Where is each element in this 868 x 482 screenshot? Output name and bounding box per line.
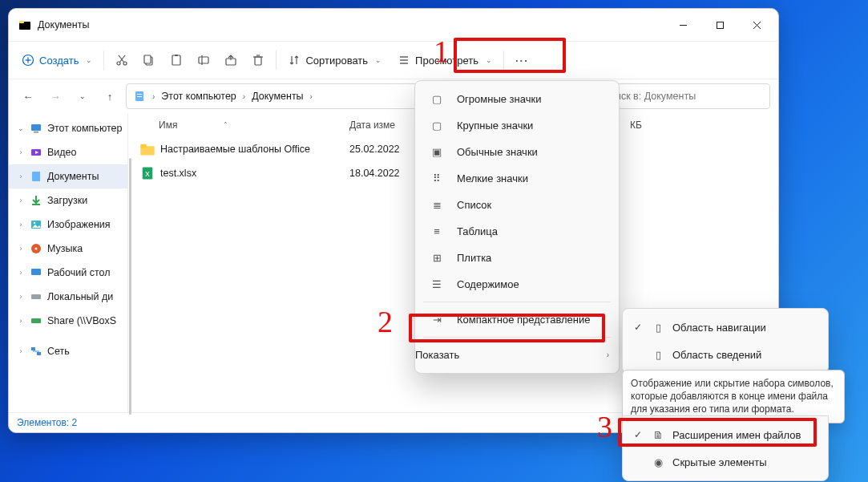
svg-rect-43 — [31, 318, 41, 323]
up-button[interactable]: ↑ — [99, 85, 121, 107]
submenu-details-pane[interactable]: ▯Область сведений — [623, 341, 828, 368]
chevron-right-icon: › — [607, 350, 609, 359]
crumb-current[interactable]: Документы — [248, 89, 306, 103]
file-name: test.xlsx — [160, 168, 349, 179]
recent-button[interactable]: ⌄ — [71, 85, 94, 107]
svg-point-38 — [34, 222, 36, 225]
menu-label: Список — [457, 199, 491, 211]
content-icon: ☰ — [430, 278, 444, 290]
svg-text:X: X — [145, 170, 150, 178]
sort-caret-icon: ˄ — [224, 121, 228, 129]
svg-rect-41 — [31, 269, 41, 275]
sidebar-this-pc[interactable]: ⌄ Этот компьютер — [9, 116, 127, 140]
sidebar-item-desktop[interactable]: ›Рабочий стол — [9, 261, 127, 285]
chevron-down-icon: ⌄ — [375, 56, 382, 64]
new-button[interactable]: Создать⌄ — [15, 47, 99, 74]
annotation-number-1: 1 — [434, 34, 449, 69]
col-size[interactable]: КБ — [630, 119, 670, 131]
grid-icon: ▢ — [430, 119, 444, 132]
annotation-box-2 — [409, 314, 605, 342]
video-icon — [30, 146, 42, 159]
sidebar-label: Этот компьютер — [47, 123, 122, 134]
address-bar-row: ← → ⌄ ↑ › Этот компьютер › Документы › П… — [9, 79, 778, 113]
caret-icon: ⌄ — [17, 124, 25, 132]
title-bar: Документы — [9, 9, 778, 41]
chevron-down-icon: ⌄ — [86, 56, 92, 64]
desktop-icon — [30, 266, 42, 279]
sort-label: Сортировать — [305, 55, 368, 67]
submenu-label: Скрытые элементы — [672, 456, 767, 468]
svg-rect-31 — [31, 124, 41, 131]
grid-icon: ⠿ — [430, 172, 444, 184]
sidebar-network[interactable]: ›Сеть — [9, 339, 127, 363]
svg-point-40 — [35, 248, 38, 250]
menu-label: Мелкие значки — [457, 172, 528, 184]
maximize-button[interactable] — [701, 9, 738, 41]
sidebar-item-downloads[interactable]: ›Загрузки — [9, 188, 127, 213]
menu-medium-icons[interactable]: ▣Обычные значки — [415, 139, 619, 165]
picture-icon — [30, 218, 42, 231]
close-button[interactable] — [738, 9, 775, 41]
tiles-icon: ⊞ — [430, 252, 444, 264]
menu-large-icons[interactable]: ▢Крупные значки — [415, 112, 619, 139]
nav-pane[interactable]: ⌄ Этот компьютер ›Видео ›Документы ›Загр… — [9, 113, 128, 412]
menu-content[interactable]: ☰Содержимое — [415, 271, 619, 298]
forward-button[interactable]: → — [44, 85, 67, 107]
chevron-right-icon: › — [310, 92, 313, 101]
sidebar-item-share[interactable]: ›Share (\\VBoxS — [9, 309, 127, 333]
menu-details[interactable]: ≡Таблица — [415, 218, 619, 245]
annotation-number-3: 3 — [597, 409, 612, 444]
submenu-nav-pane[interactable]: ✓▯Область навигации — [623, 314, 828, 341]
sidebar-item-video[interactable]: ›Видео — [9, 140, 127, 164]
doc-icon — [133, 90, 146, 103]
svg-rect-45 — [37, 352, 41, 355]
menu-label: Обычные значки — [457, 146, 538, 158]
back-button[interactable]: ← — [17, 85, 39, 107]
copy-button[interactable] — [136, 47, 162, 74]
cut-button[interactable] — [109, 47, 135, 74]
rename-button[interactable] — [191, 47, 216, 74]
menu-extra-large-icons[interactable]: ▢Огромные значки — [415, 86, 619, 112]
separator — [276, 51, 277, 70]
svg-rect-20 — [255, 57, 261, 65]
menu-label: Таблица — [457, 225, 498, 237]
svg-rect-16 — [175, 55, 178, 56]
status-count-label: Элементов: — [17, 417, 69, 428]
sidebar-item-music[interactable]: ›Музыка — [9, 237, 127, 261]
menu-tiles[interactable]: ⊞Плитка — [415, 245, 619, 271]
new-label: Создать — [39, 55, 79, 67]
annotation-box-1 — [454, 38, 566, 73]
svg-rect-15 — [172, 55, 180, 65]
menu-label: Плитка — [457, 252, 491, 264]
delete-button[interactable] — [245, 47, 271, 74]
menu-list[interactable]: ≣Список — [415, 192, 619, 218]
crumb-root[interactable]: Этот компьютер — [158, 89, 239, 103]
submenu-label: Область навигации — [672, 322, 766, 334]
svg-rect-42 — [31, 294, 41, 299]
sort-button[interactable]: Сортировать⌄ — [281, 47, 388, 74]
sidebar-label: Документы — [47, 171, 99, 182]
sidebar-label: Рабочий стол — [47, 267, 110, 278]
sidebar-item-pictures[interactable]: ›Изображения — [9, 213, 127, 237]
sidebar-item-localdisk[interactable]: ›Локальный ди — [9, 285, 127, 309]
menu-label: Огромные значки — [457, 93, 541, 105]
disk-icon — [30, 290, 42, 303]
sidebar-item-documents[interactable]: ›Документы — [9, 164, 127, 188]
submenu-hidden-items[interactable]: ◉Скрытые элементы — [623, 448, 828, 476]
col-name[interactable]: Имя — [159, 119, 177, 131]
svg-rect-28 — [137, 96, 142, 97]
submenu-label: Область сведений — [672, 349, 761, 361]
sidebar-label: Сеть — [47, 346, 70, 357]
menu-small-icons[interactable]: ⠿Мелкие значки — [415, 165, 619, 192]
paste-button[interactable] — [164, 47, 189, 74]
share-button[interactable] — [218, 47, 244, 74]
file-name: Настраиваемые шаблоны Office — [160, 144, 349, 155]
toolbar: Создать⌄ Сортировать⌄ Просмотреть⌄ ··· — [9, 41, 778, 79]
annotation-number-2: 2 — [377, 304, 393, 339]
netdisk-icon — [30, 314, 42, 327]
svg-rect-17 — [199, 57, 208, 63]
minimize-button[interactable] — [664, 9, 701, 41]
status-count: 2 — [72, 417, 78, 428]
table-icon: ≡ — [430, 225, 444, 237]
menu-show[interactable]: Показать› — [415, 342, 619, 368]
